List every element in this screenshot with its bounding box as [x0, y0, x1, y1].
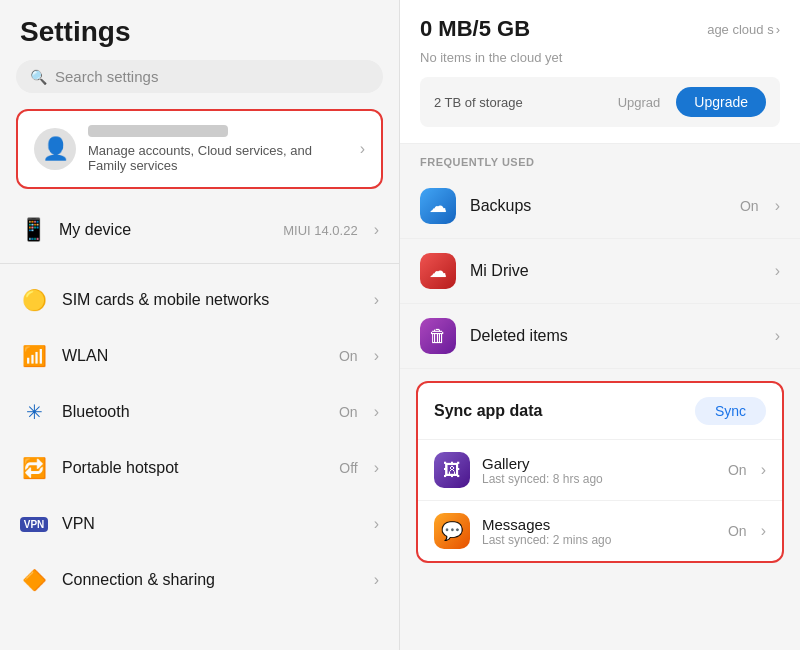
sync-item-messages[interactable]: 💬 Messages Last synced: 2 mins ago On ›: [418, 500, 782, 561]
deleted-label: Deleted items: [470, 327, 761, 345]
cloud-link[interactable]: age cloud s ›: [707, 22, 780, 37]
messages-sub: Last synced: 2 mins ago: [482, 533, 716, 547]
vpn-icon: VPN: [20, 510, 48, 538]
sync-title: Sync app data: [434, 402, 542, 420]
cloud-item-backups[interactable]: ☁ Backups On ›: [400, 174, 800, 239]
backups-status: On: [740, 198, 759, 214]
messages-icon: 💬: [434, 513, 470, 549]
setting-label-hotspot: Portable hotspot: [62, 459, 325, 477]
backups-icon: ☁: [420, 188, 456, 224]
account-card[interactable]: 👤 Manage accounts, Cloud services, and F…: [16, 109, 383, 189]
divider: [0, 263, 399, 264]
setting-row-connection[interactable]: 🔶 Connection & sharing ›: [0, 552, 399, 608]
vpn-badge: VPN: [20, 517, 49, 532]
left-panel: Settings 🔍 Search settings 👤 Manage acco…: [0, 0, 400, 650]
sync-header: Sync app data Sync: [418, 397, 782, 439]
chevron-right-icon: ›: [761, 461, 766, 479]
search-bar[interactable]: 🔍 Search settings: [16, 60, 383, 93]
settings-title: Settings: [0, 16, 399, 60]
chevron-right-icon: ›: [374, 403, 379, 421]
setting-row-wlan[interactable]: 📶 WLAN On ›: [0, 328, 399, 384]
bluetooth-icon: ✳: [20, 398, 48, 426]
sync-button[interactable]: Sync: [695, 397, 766, 425]
settings-list: 🟡 SIM cards & mobile networks › 📶 WLAN O…: [0, 272, 399, 608]
sync-section: Sync app data Sync 🖼 Gallery Last synced…: [416, 381, 784, 563]
connection-icon: 🔶: [20, 566, 48, 594]
setting-row-bluetooth[interactable]: ✳ Bluetooth On ›: [0, 384, 399, 440]
device-icon: 📱: [20, 217, 47, 243]
right-panel: 0 MB/5 GB age cloud s › No items in the …: [400, 0, 800, 650]
setting-row-hotspot[interactable]: 🔁 Portable hotspot Off ›: [0, 440, 399, 496]
chevron-right-icon: ›: [775, 327, 780, 345]
chevron-right-icon: ›: [776, 22, 780, 37]
search-input[interactable]: Search settings: [55, 68, 158, 85]
avatar: 👤: [34, 128, 76, 170]
search-icon: 🔍: [30, 69, 47, 85]
gallery-sub: Last synced: 8 hrs ago: [482, 472, 716, 486]
midrive-icon: ☁: [420, 253, 456, 289]
person-icon: 👤: [42, 136, 69, 162]
hotspot-icon: 🔁: [20, 454, 48, 482]
my-device-row[interactable]: 📱 My device MIUI 14.0.22 ›: [0, 205, 399, 255]
cloud-storage-label-text: 2 TB of storage: [434, 95, 523, 110]
cloud-header: 0 MB/5 GB age cloud s › No items in the …: [400, 0, 800, 144]
gallery-label: Gallery: [482, 455, 716, 472]
midrive-label: Mi Drive: [470, 262, 761, 280]
backups-label: Backups: [470, 197, 726, 215]
setting-label-wlan: WLAN: [62, 347, 325, 365]
cloud-usage: 0 MB/5 GB: [420, 16, 530, 42]
setting-row-vpn[interactable]: VPN VPN ›: [0, 496, 399, 552]
account-subtitle: Manage accounts, Cloud services, and Fam…: [88, 143, 348, 173]
cloud-upgrade-row: 2 TB of storage Upgrad Upgrade: [420, 77, 780, 127]
chevron-right-icon: ›: [374, 347, 379, 365]
wlan-status: On: [339, 348, 358, 364]
cloud-link-text: age cloud s: [707, 22, 774, 37]
deleted-icon: 🗑: [420, 318, 456, 354]
chevron-right-icon: ›: [775, 197, 780, 215]
messages-status: On: [728, 523, 747, 539]
sync-item-gallery[interactable]: 🖼 Gallery Last synced: 8 hrs ago On ›: [418, 439, 782, 500]
upgrade-text: Upgrad: [618, 95, 661, 110]
cloud-storage-label: 2 TB of storage: [434, 95, 610, 110]
account-name-blurred: [88, 125, 228, 137]
cloud-storage-row: 0 MB/5 GB age cloud s ›: [420, 16, 780, 42]
gallery-info: Gallery Last synced: 8 hrs ago: [482, 455, 716, 486]
cloud-item-midrive[interactable]: ☁ Mi Drive ›: [400, 239, 800, 304]
frequently-used-label: FREQUENTLY USED: [400, 144, 800, 174]
setting-label-bluetooth: Bluetooth: [62, 403, 325, 421]
chevron-right-icon: ›: [374, 459, 379, 477]
upgrade-button[interactable]: Upgrade: [676, 87, 766, 117]
device-version: MIUI 14.0.22: [283, 223, 357, 238]
hotspot-status: Off: [339, 460, 357, 476]
setting-row-sim[interactable]: 🟡 SIM cards & mobile networks ›: [0, 272, 399, 328]
chevron-right-icon: ›: [374, 221, 379, 239]
bluetooth-status: On: [339, 404, 358, 420]
setting-label-sim: SIM cards & mobile networks: [62, 291, 360, 309]
sim-icon: 🟡: [20, 286, 48, 314]
setting-label-vpn: VPN: [62, 515, 360, 533]
chevron-right-icon: ›: [775, 262, 780, 280]
chevron-right-icon: ›: [360, 140, 365, 158]
gallery-icon: 🖼: [434, 452, 470, 488]
messages-info: Messages Last synced: 2 mins ago: [482, 516, 716, 547]
my-device-label: My device: [59, 221, 271, 239]
chevron-right-icon: ›: [374, 571, 379, 589]
chevron-right-icon: ›: [761, 522, 766, 540]
cloud-empty-text: No items in the cloud yet: [420, 50, 780, 65]
account-info: Manage accounts, Cloud services, and Fam…: [88, 125, 348, 173]
setting-label-connection: Connection & sharing: [62, 571, 360, 589]
gallery-status: On: [728, 462, 747, 478]
chevron-right-icon: ›: [374, 515, 379, 533]
wifi-icon: 📶: [20, 342, 48, 370]
cloud-item-deleted[interactable]: 🗑 Deleted items ›: [400, 304, 800, 369]
messages-label: Messages: [482, 516, 716, 533]
chevron-right-icon: ›: [374, 291, 379, 309]
